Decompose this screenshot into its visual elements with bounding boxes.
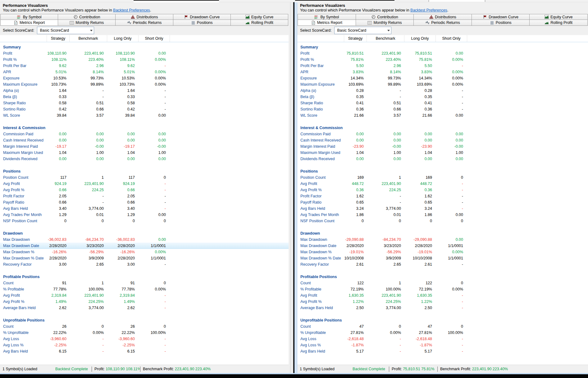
tab-periodic-returns[interactable]: Periodic Returns bbox=[115, 20, 173, 26]
table-row[interactable]: Max Drawdown %-19.01%-56.29%-19.01%0.00% bbox=[297, 249, 588, 255]
table-row[interactable]: Avg Bars Held5.17-5.17- bbox=[297, 348, 588, 354]
tab-contribution[interactable]: Contribution bbox=[356, 14, 414, 20]
table-row[interactable]: NSF Position Count0000 bbox=[0, 218, 289, 224]
tab-positions[interactable]: Positions bbox=[173, 20, 230, 26]
table-row[interactable]: Profit Per Bar9.622.969.62- bbox=[0, 63, 289, 69]
table-row[interactable]: Cash Interest Received0.000.000.000.00 bbox=[297, 137, 588, 143]
table-row[interactable]: Avg Profit1,630.35223,401.901,630.35- bbox=[297, 292, 588, 299]
table-row[interactable]: Alpha (α)1.64-1.64- bbox=[0, 88, 289, 94]
table-row[interactable]: Position Count11711170 bbox=[0, 174, 289, 181]
table-row[interactable]: Dividends Received0.000.000.000.00 bbox=[297, 156, 588, 162]
table-row[interactable]: Payoff Ratio0.65-0.65- bbox=[297, 199, 588, 205]
table-row[interactable]: Beta (β)0.33-0.33- bbox=[0, 94, 289, 100]
table-row[interactable]: Avg Loss %-1.87%--1.87%- bbox=[297, 342, 588, 348]
table-row[interactable]: Exposure10.53%99.73%10.53%0.00% bbox=[0, 75, 289, 81]
table-row[interactable]: Max Drawdown Date2/28/20203/23/20202/28/… bbox=[297, 243, 588, 249]
table-row[interactable]: Profit75,810.51223,401.9075,810.510.00 bbox=[297, 50, 588, 56]
table-row[interactable]: Avg Bars Held6.15-6.15- bbox=[0, 348, 289, 354]
table-row[interactable]: Avg Loss-2,618.48--2,618.48- bbox=[297, 336, 588, 342]
tab-contribution[interactable]: Contribution bbox=[58, 14, 115, 20]
table-row[interactable]: Alpha (α)0.28-0.28- bbox=[297, 88, 588, 94]
table-row[interactable]: Count260260 bbox=[0, 323, 289, 330]
table-row[interactable]: Profit Factor2.05-2.05- bbox=[0, 193, 289, 199]
table-row[interactable]: Max Drawdown % Date2/28/20203/9/20092/28… bbox=[0, 255, 289, 261]
table-row[interactable]: Avg Loss %-2.25%--2.25%- bbox=[0, 342, 289, 348]
tab-by-symbol[interactable]: ABCDEFBy Symbol bbox=[0, 14, 58, 20]
table-row[interactable]: Avg Profit448.72223,401.90448.72- bbox=[297, 181, 588, 187]
table-row[interactable]: Sortino Ratio0.420.660.42- bbox=[0, 106, 289, 112]
table-row[interactable]: Position Count16911690 bbox=[297, 174, 588, 181]
tab-equity-curve[interactable]: Equity Curve bbox=[230, 14, 288, 20]
table-row[interactable]: Maximum Exposure103.69%99.89%103.69%0.00… bbox=[297, 81, 588, 88]
tab-periodic-returns[interactable]: Periodic Returns bbox=[413, 20, 472, 26]
table-row[interactable]: Profit108,110.90223,401.90108,110.900.00 bbox=[0, 50, 289, 56]
table-row[interactable]: Beta (β)0.35-0.35- bbox=[297, 94, 588, 100]
table-row[interactable]: Avg Bars Held3.403,774.003.40- bbox=[0, 205, 289, 212]
table-row[interactable]: Avg Profit %1.22%224.25%1.22%- bbox=[297, 299, 588, 305]
tab-by-symbol[interactable]: ABCDEFBy Symbol bbox=[298, 14, 356, 20]
table-row[interactable]: % Unprofitable27.81%0.00%27.81%100.00% bbox=[297, 330, 588, 336]
table-row[interactable]: Commission Paid0.000.000.000.00 bbox=[0, 131, 289, 137]
table-row[interactable]: Average Bars Held2.623,774.002.62- bbox=[0, 305, 289, 311]
table-row[interactable]: Sharpe Ratio0.580.510.58- bbox=[0, 100, 289, 106]
tab-positions[interactable]: Positions bbox=[472, 20, 530, 26]
tab-monthly-returns[interactable]: Monthly Returns bbox=[356, 20, 414, 26]
table-row[interactable]: Avg Profit %1.49%224.25%1.49%- bbox=[0, 299, 289, 305]
table-row[interactable]: Payoff Ratio0.66-0.66- bbox=[0, 199, 289, 205]
table-row[interactable]: Exposure14.34%99.73%14.34%0.00% bbox=[297, 75, 588, 81]
tab-drawdown-curve[interactable]: Drawdown Curve bbox=[173, 14, 230, 20]
table-row[interactable]: Profit %108.11%223.40%108.11%0.00% bbox=[0, 56, 289, 63]
table-row[interactable]: Avg Profit %0.36224.250.36- bbox=[297, 187, 588, 193]
table-row[interactable]: Avg Bars Held3.243,774.003.24- bbox=[297, 205, 588, 212]
scorecard-select[interactable]: Basic ScoreCard bbox=[37, 27, 94, 34]
table-row[interactable]: Max Drawdown % Date10/10/20083/9/200910/… bbox=[297, 255, 588, 261]
tab-metrics-report[interactable]: Metrics Report bbox=[298, 20, 356, 26]
table-row[interactable]: Recovery Factor2.612.652.61- bbox=[297, 261, 588, 268]
table-row[interactable]: APR5.01%8.14%5.01%0.00% bbox=[0, 69, 289, 75]
table-row[interactable]: Average Bars Held2.503,774.002.50- bbox=[297, 305, 588, 311]
table-row[interactable]: Sharpe Ratio0.410.510.41- bbox=[297, 100, 588, 106]
table-row[interactable]: Profit Factor1.62-1.62- bbox=[297, 193, 588, 199]
table-row[interactable]: Commission Paid0.000.000.000.00 bbox=[297, 131, 588, 137]
scorecard-select[interactable]: Basic ScoreCard bbox=[334, 27, 391, 34]
table-row[interactable]: Maximum Margin Used1.041.001.041.00 bbox=[297, 150, 588, 156]
table-row[interactable]: Count911910 bbox=[0, 280, 289, 286]
table-row[interactable]: Avg Profit %0.66224.250.66- bbox=[0, 187, 289, 193]
table-row[interactable]: Count12211220 bbox=[297, 280, 588, 286]
tab-monthly-returns[interactable]: Monthly Returns bbox=[58, 20, 115, 26]
table-row[interactable]: Avg Profit2,319.84223,401.902,319.84- bbox=[0, 292, 289, 299]
table-row[interactable]: Max Drawdown Date2/28/20203/23/20202/28/… bbox=[0, 243, 289, 249]
table-row[interactable]: Max Drawdown %-16.26%-56.29%-16.26%0.00% bbox=[0, 249, 289, 255]
table-row[interactable]: % Profitable77.78%100.00%77.78%0.00% bbox=[0, 286, 289, 292]
table-row[interactable]: Avg Trades Per Month1.860.011.860.00 bbox=[297, 212, 588, 218]
table-row[interactable]: Max Drawdown-36,002.83-84,234.70-36,002.… bbox=[0, 236, 289, 243]
table-row[interactable]: Sortino Ratio0.360.660.36- bbox=[297, 106, 588, 112]
tab-rolling-profit[interactable]: Rolling Profit bbox=[529, 20, 588, 26]
table-row[interactable]: WL Score39.843.5739.840.00 bbox=[0, 112, 289, 119]
backtest-preferences-link[interactable]: Backtest Preferences bbox=[113, 8, 150, 12]
table-row[interactable]: Maximum Exposure103.73%99.89%103.73%0.00… bbox=[0, 81, 289, 88]
table-row[interactable]: % Profitable72.19%100.00%72.19%0.00% bbox=[297, 286, 588, 292]
tab-distributions[interactable]: Distributions bbox=[115, 14, 173, 20]
table-row[interactable]: Cash Interest Received0.000.000.000.00 bbox=[0, 137, 289, 143]
tab-metrics-report[interactable]: Metrics Report bbox=[0, 20, 58, 26]
table-row[interactable]: Recovery Factor3.002.653.00- bbox=[0, 261, 289, 268]
tab-equity-curve[interactable]: Equity Curve bbox=[529, 14, 588, 20]
table-row[interactable]: % Unprofitable22.22%0.00%22.22%100.00% bbox=[0, 330, 289, 336]
table-row[interactable]: Count470470 bbox=[297, 323, 588, 330]
table-row[interactable]: Profit %75.81%223.40%75.81%0.00% bbox=[297, 56, 588, 63]
table-row[interactable]: NSF Position Count0000 bbox=[297, 218, 588, 224]
table-row[interactable]: Avg Trades Per Month1.290.011.290.00 bbox=[0, 212, 289, 218]
table-row[interactable]: Max Drawdown-29,090.88-84,234.70-29,090.… bbox=[297, 236, 588, 243]
table-row[interactable]: Profit Per Bar5.502.965.50- bbox=[297, 63, 588, 69]
table-row[interactable]: Avg Loss-3,960.60--3,960.60- bbox=[0, 336, 289, 342]
table-row[interactable]: APR3.83%8.14%3.83%0.00% bbox=[297, 69, 588, 75]
tab-rolling-profit[interactable]: Rolling Profit bbox=[230, 20, 288, 26]
table-row[interactable]: Margin Interest Paid-23.90-0.00-23.90-0.… bbox=[297, 143, 588, 150]
table-row[interactable]: Avg Profit924.19223,401.90924.19- bbox=[0, 181, 289, 187]
table-row[interactable]: Margin Interest Paid-19.17-0.00-19.17-0.… bbox=[0, 143, 289, 150]
table-row[interactable]: Maximum Margin Used1.041.001.041.00 bbox=[0, 150, 289, 156]
table-row[interactable]: Dividends Received0.000.000.000.00 bbox=[0, 156, 289, 162]
tab-drawdown-curve[interactable]: Drawdown Curve bbox=[472, 14, 530, 20]
tab-distributions[interactable]: Distributions bbox=[413, 14, 472, 20]
